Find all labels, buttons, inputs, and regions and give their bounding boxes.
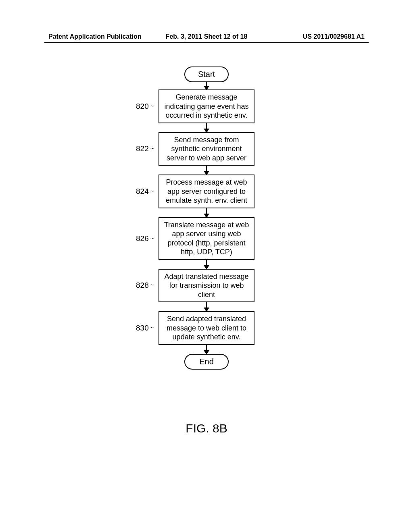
step-text: Generate message indicating game event h… [164,93,248,119]
process-step-828: 828 ~ Adapt translated message for trans… [159,269,254,303]
step-text: Translate message at web app server usin… [164,221,249,256]
reference-numeral: 820 [136,102,149,111]
flow-arrow [206,166,207,175]
header-divider [44,42,369,43]
header-left-text: Patent Application Publication [48,33,154,40]
reference-connector: ~ [150,282,154,289]
flow-arrow [206,208,207,217]
header-center-text: Feb. 3, 2011 Sheet 12 of 18 [154,33,259,40]
header-right-text: US 2011/0029681 A1 [259,33,365,40]
reference-connector: ~ [150,145,154,153]
reference-connector: ~ [150,103,154,110]
reference-connector: ~ [150,324,154,332]
end-terminal: End [184,354,229,370]
reference-numeral: 826 [136,234,149,243]
flow-arrow [206,345,207,354]
page-header: Patent Application Publication Feb. 3, 2… [0,33,413,40]
step-text: Process message at web app server config… [166,178,247,204]
flow-arrow [206,260,207,269]
reference-numeral: 822 [136,144,149,154]
reference-numeral: 830 [136,323,149,333]
step-text: Send message from synthetic environment … [167,136,246,162]
process-step-830: 830 ~ Send adapted translated message to… [159,311,254,345]
reference-numeral: 828 [136,281,149,290]
process-step-822: 822 ~ Send message from synthetic enviro… [159,132,254,166]
flow-arrow [206,123,207,132]
figure-label: FIG. 8B [186,422,227,435]
flowchart-container: Start 820 ~ Generate message indicating … [159,66,254,370]
start-terminal: Start [184,66,229,82]
process-step-826: 826 ~ Translate message at web app serve… [159,217,254,260]
reference-connector: ~ [150,188,154,195]
step-text: Send adapted translated message to web c… [167,315,246,341]
flow-arrow [206,82,207,89]
process-step-820: 820 ~ Generate message indicating game e… [159,89,254,123]
reference-numeral: 824 [136,187,149,196]
flow-arrow [206,302,207,311]
step-text: Adapt translated message for transmissio… [164,272,248,299]
process-step-824: 824 ~ Process message at web app server … [159,175,254,208]
reference-connector: ~ [150,235,154,242]
